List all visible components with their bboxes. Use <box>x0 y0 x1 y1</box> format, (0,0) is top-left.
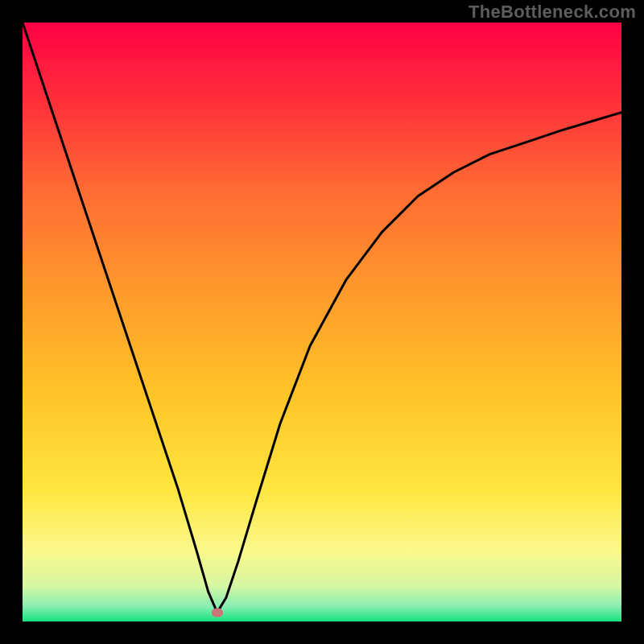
chart-root: TheBottleneck.com <box>0 0 644 644</box>
minimum-marker <box>212 608 223 617</box>
curve-layer <box>23 23 621 621</box>
plot-area <box>23 23 621 621</box>
watermark-text: TheBottleneck.com <box>469 2 636 23</box>
bottleneck-curve <box>23 23 621 613</box>
